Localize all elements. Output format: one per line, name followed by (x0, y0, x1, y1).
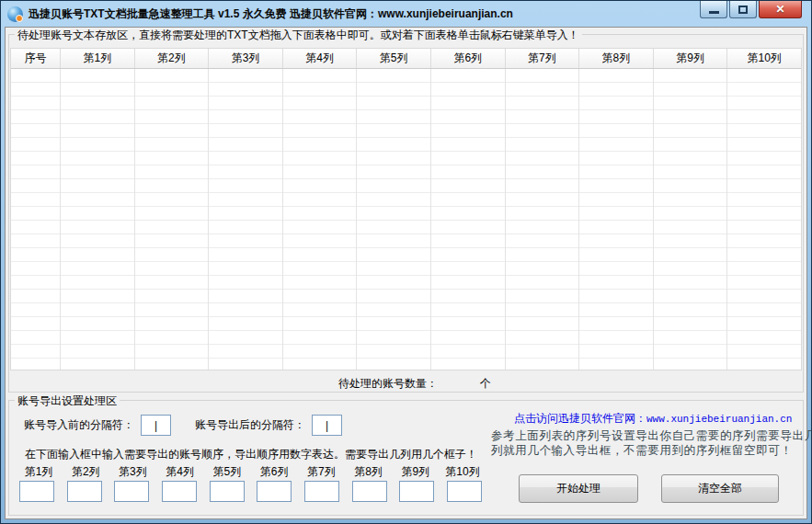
official-site-link-prefix: 点击访问迅捷贝软件官网： (514, 412, 646, 425)
order-inputs-row (19, 481, 482, 502)
table-footer: 待处理的账号数量： 个 (9, 374, 803, 393)
import-separator-label: 账号导入前的分隔符： (24, 417, 134, 433)
table-column-3 (209, 69, 283, 370)
column-header-1[interactable]: 第1列 (61, 49, 135, 68)
order-input-2[interactable] (67, 481, 102, 502)
order-column-label-8: 第8列 (349, 464, 388, 480)
order-column-label-1: 第1列 (19, 464, 58, 480)
account-table: 序号第1列第2列第3列第4列第5列第6列第7列第8列第9列第10列 (10, 48, 802, 370)
order-input-1[interactable] (19, 481, 54, 502)
column-header-7[interactable]: 第7列 (506, 49, 580, 68)
table-column-4 (283, 69, 358, 370)
table-header-row: 序号第1列第2列第3列第4列第5列第6列第7列第8列第9列第10列 (11, 49, 801, 69)
table-column-index (11, 69, 61, 370)
order-input-4[interactable] (162, 481, 197, 502)
separator-row: 账号导入前的分隔符： 账号导出后的分隔符： (24, 415, 342, 436)
minimize-button[interactable] (700, 1, 727, 18)
export-separator-label: 账号导出后的分隔符： (195, 417, 305, 433)
export-settings-groupbox-label: 账号导出设置处理区 (15, 393, 120, 409)
window-controls: ✕ (700, 1, 802, 18)
app-icon (7, 6, 23, 22)
column-header-10[interactable]: 第10列 (727, 49, 801, 68)
count-unit: 个 (480, 376, 491, 392)
column-header-5[interactable]: 第5列 (357, 49, 431, 68)
column-header-9[interactable]: 第9列 (654, 49, 728, 68)
order-column-labels: 第1列第2列第3列第4列第5列第6列第7列第8列第9列第10列 (19, 464, 482, 480)
order-input-9[interactable] (399, 481, 434, 502)
maximize-icon (738, 6, 748, 14)
column-header-4[interactable]: 第4列 (283, 49, 358, 68)
pending-table-groupbox-label: 待处理账号文本存放区，直接将需要处理的TXT文档拖入下面表格中即可。或对着下面表… (15, 28, 582, 43)
table-column-8 (579, 69, 654, 370)
order-column-label-6: 第6列 (255, 464, 293, 480)
order-column-label-5: 第5列 (208, 464, 246, 480)
note-text: 参考上面列表的序列号设置导出你自己需要的序列需要导出几列就用几个输入导出框，不需… (491, 428, 812, 458)
close-button[interactable]: ✕ (759, 1, 802, 18)
column-header-index[interactable]: 序号 (11, 49, 61, 68)
titlebar: 迅捷贝账号TXT文档批量急速整理工具 v1.5 永久免费 迅捷贝软件官网：www… (1, 1, 811, 27)
window-title: 迅捷贝账号TXT文档批量急速整理工具 v1.5 永久免费 迅捷贝软件官网：www… (29, 6, 513, 22)
order-column-label-9: 第9列 (396, 464, 435, 480)
order-column-label-4: 第4列 (161, 464, 200, 480)
order-instruction: 在下面输入框中输入需要导出的账号顺序，导出顺序用数字表达。需要导出几列用几个框子… (25, 447, 477, 462)
minimize-icon (709, 11, 719, 14)
import-separator-input[interactable] (141, 415, 171, 436)
table-column-9 (654, 69, 728, 370)
order-column-label-2: 第2列 (66, 464, 105, 480)
order-input-7[interactable] (304, 481, 339, 502)
export-settings-groupbox: 账号导出设置处理区 账号导入前的分隔符： 账号导出后的分隔符： 在下面输入框中输… (8, 400, 804, 516)
column-header-2[interactable]: 第2列 (135, 49, 210, 68)
count-label: 待处理的账号数量： (338, 376, 438, 392)
column-header-6[interactable]: 第6列 (431, 49, 506, 68)
table-column-10 (727, 69, 801, 370)
table-column-2 (135, 69, 210, 370)
order-column-label-7: 第7列 (302, 464, 340, 480)
order-input-6[interactable] (257, 481, 292, 502)
maximize-button[interactable] (729, 1, 757, 18)
order-input-8[interactable] (352, 481, 387, 502)
clear-button[interactable]: 清空全部 (661, 474, 779, 503)
table-column-1 (61, 69, 135, 370)
client-area: 待处理账号文本存放区，直接将需要处理的TXT文档拖入下面表格中即可。或对着下面表… (5, 27, 807, 519)
table-column-6 (431, 69, 506, 370)
column-header-3[interactable]: 第3列 (209, 49, 283, 68)
table-column-5 (357, 69, 431, 370)
column-header-8[interactable]: 第8列 (579, 49, 654, 68)
export-separator-input[interactable] (312, 415, 342, 436)
app-window: 迅捷贝账号TXT文档批量急速整理工具 v1.5 永久免费 迅捷贝软件官网：www… (0, 0, 812, 524)
order-column-label-10: 第10列 (443, 464, 482, 480)
official-site-link-url: www.xunjiebeiruanjian.cn (646, 414, 792, 425)
close-icon: ✕ (775, 4, 784, 15)
order-input-3[interactable] (114, 481, 149, 502)
table-body[interactable] (11, 69, 801, 370)
order-column-label-3: 第3列 (113, 464, 152, 480)
pending-table-groupbox: 待处理账号文本存放区，直接将需要处理的TXT文档拖入下面表格中即可。或对着下面表… (8, 34, 804, 393)
table-column-7 (506, 69, 580, 370)
order-input-5[interactable] (210, 481, 245, 502)
start-button[interactable]: 开始处理 (519, 474, 638, 503)
official-site-link[interactable]: 点击访问迅捷贝软件官网：www.xunjiebeiruanjian.cn (514, 411, 792, 427)
order-input-10[interactable] (447, 481, 482, 502)
